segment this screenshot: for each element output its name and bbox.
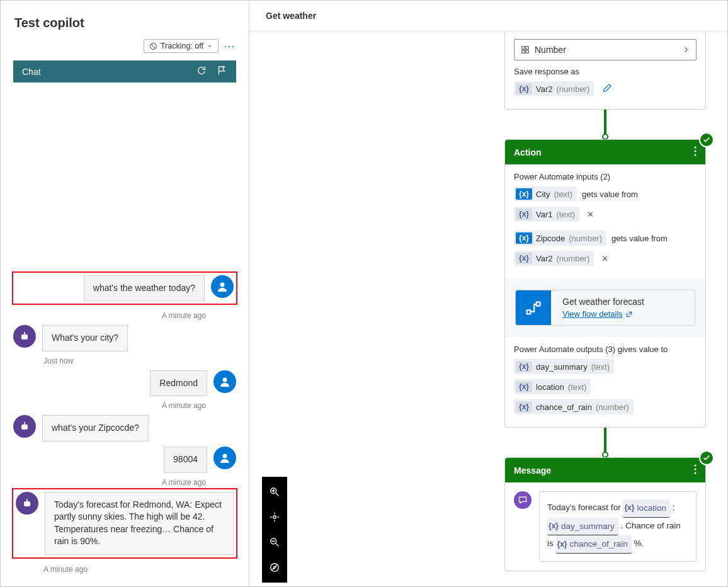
svg-point-8 xyxy=(25,426,26,428)
chat-bubble[interactable]: What's your city? xyxy=(42,325,128,351)
svg-rect-10 xyxy=(24,501,30,506)
bot-avatar-icon xyxy=(16,492,38,515)
chat-message-user: what's the weather today? xyxy=(16,275,234,302)
output-chip[interactable]: {x}day_summary(text) xyxy=(514,359,614,374)
chat-timestamp: A minute ago xyxy=(13,401,236,410)
svg-point-22 xyxy=(694,464,696,466)
chat-message-user: Redmond xyxy=(13,370,236,397)
chevron-right-icon xyxy=(682,46,690,54)
chat-bubble[interactable]: what's the weather today? xyxy=(84,275,205,302)
svg-point-5 xyxy=(223,377,227,382)
flag-icon[interactable] xyxy=(216,65,227,78)
svg-point-17 xyxy=(694,146,696,148)
svg-rect-16 xyxy=(526,50,528,53)
node-title: Message xyxy=(514,465,551,476)
chat-bubble[interactable]: Redmond xyxy=(150,370,207,397)
inline-variable[interactable]: {x}location xyxy=(623,499,670,518)
chat-message-bot: Today's forecast for Redmond, WA: Expect… xyxy=(16,492,234,555)
zoom-out-button[interactable] xyxy=(262,530,287,555)
svg-point-19 xyxy=(694,154,696,156)
question-node-partial: Number Save response as {x} Var2 (number… xyxy=(504,31,706,110)
save-response-label: Save response as xyxy=(514,67,697,76)
svg-rect-2 xyxy=(21,334,28,339)
flow-icon xyxy=(516,290,551,325)
param-chip: {x}City(text) xyxy=(514,186,577,202)
svg-point-12 xyxy=(28,503,29,504)
chat-message-user: 98004 xyxy=(13,447,236,473)
edit-variable-icon[interactable] xyxy=(599,83,616,94)
svg-point-1 xyxy=(220,282,225,287)
svg-point-3 xyxy=(23,336,24,338)
svg-rect-14 xyxy=(526,47,528,49)
authoring-canvas-panel: Get weather Number Save response as xyxy=(249,1,727,586)
chat-message-bot: what's your Zipcocde? xyxy=(13,415,236,442)
chat-label: Chat xyxy=(22,67,41,77)
output-chip[interactable]: {x}location(text) xyxy=(514,379,591,394)
user-avatar-icon xyxy=(213,370,236,393)
canvas-toolbar xyxy=(262,477,287,583)
svg-point-28 xyxy=(271,564,279,572)
view-flow-details-link[interactable]: View flow details xyxy=(562,309,633,319)
panel-title: Test copilot xyxy=(14,16,84,30)
node-menu-icon[interactable] xyxy=(694,464,697,476)
flow-card: Get weather forecast View flow details xyxy=(515,290,695,326)
svg-point-26 xyxy=(273,516,276,519)
chat-transcript: what's the weather today? A minute ago W… xyxy=(1,83,249,586)
inline-variable[interactable]: {x}day_summary xyxy=(547,518,618,536)
svg-point-18 xyxy=(694,150,696,152)
node-menu-icon[interactable] xyxy=(694,146,697,158)
variable-chip[interactable]: {x}Var2(number) xyxy=(514,251,594,266)
svg-point-24 xyxy=(694,472,696,474)
param-chip: {x}Zipcode(number) xyxy=(514,231,606,246)
message-content-editor[interactable]: Today's forecast for {x}location : {x}da… xyxy=(539,491,697,562)
svg-point-4 xyxy=(25,336,26,338)
chat-timestamp: A minute ago xyxy=(13,311,236,320)
chat-timestamp: Just now xyxy=(13,356,236,365)
action-node[interactable]: Action Power Automate inputs (2) {x}City… xyxy=(504,139,706,428)
message-type-icon xyxy=(514,491,532,509)
node-title: Action xyxy=(514,147,542,157)
svg-rect-20 xyxy=(527,310,531,314)
svg-point-7 xyxy=(23,426,24,428)
svg-rect-15 xyxy=(522,50,525,53)
more-menu-icon[interactable]: ⋯ xyxy=(224,39,236,53)
chat-timestamp: A minute ago xyxy=(13,565,236,574)
svg-point-11 xyxy=(25,503,26,504)
bot-avatar-icon xyxy=(13,415,36,438)
svg-rect-6 xyxy=(21,425,28,430)
topic-title: Get weather xyxy=(249,1,727,31)
svg-rect-21 xyxy=(537,302,540,305)
inline-variable[interactable]: {x}chance_of_rain xyxy=(556,535,632,554)
svg-rect-13 xyxy=(522,47,525,49)
outputs-label: Power Automate outputs (3) gives value t… xyxy=(514,345,697,354)
node-success-badge xyxy=(699,450,714,465)
remove-variable-icon[interactable]: ✕ xyxy=(584,210,596,219)
chat-bubble[interactable]: Today's forecast for Redmond, WA: Expect… xyxy=(45,492,234,555)
inputs-label: Power Automate inputs (2) xyxy=(514,172,697,181)
close-icon[interactable] xyxy=(230,13,235,33)
svg-point-23 xyxy=(694,468,696,470)
chat-message-bot: What's your city? xyxy=(13,325,236,351)
variable-chip[interactable]: {x}Var1(text) xyxy=(514,207,579,222)
remove-variable-icon[interactable]: ✕ xyxy=(599,254,611,263)
identify-type-dropdown[interactable]: Number xyxy=(514,39,697,60)
zoom-in-button[interactable] xyxy=(262,479,287,504)
chat-bubble[interactable]: what's your Zipcocde? xyxy=(42,415,149,442)
node-success-badge xyxy=(699,132,714,147)
fit-button[interactable] xyxy=(262,504,287,530)
flow-title: Get weather forecast xyxy=(562,297,644,307)
refresh-icon[interactable] xyxy=(196,65,207,78)
chat-timestamp: A minute ago xyxy=(13,478,236,487)
compass-button[interactable] xyxy=(262,555,287,580)
chat-bubble[interactable]: 98004 xyxy=(164,447,207,473)
output-chip[interactable]: {x}chance_of_rain(number) xyxy=(514,399,634,414)
tracking-toggle[interactable]: Tracking: off xyxy=(144,39,219,53)
variable-chip[interactable]: {x} Var2 (number) xyxy=(514,81,594,96)
user-avatar-icon xyxy=(211,275,234,298)
message-node[interactable]: Message Today's forecast for xyxy=(504,457,706,571)
test-copilot-panel: Test copilot Tracking: off ⋯ Chat xyxy=(1,1,249,586)
user-avatar-icon xyxy=(213,447,236,469)
chat-header-bar: Chat xyxy=(13,60,236,83)
svg-point-9 xyxy=(223,454,227,459)
bot-avatar-icon xyxy=(13,325,36,348)
